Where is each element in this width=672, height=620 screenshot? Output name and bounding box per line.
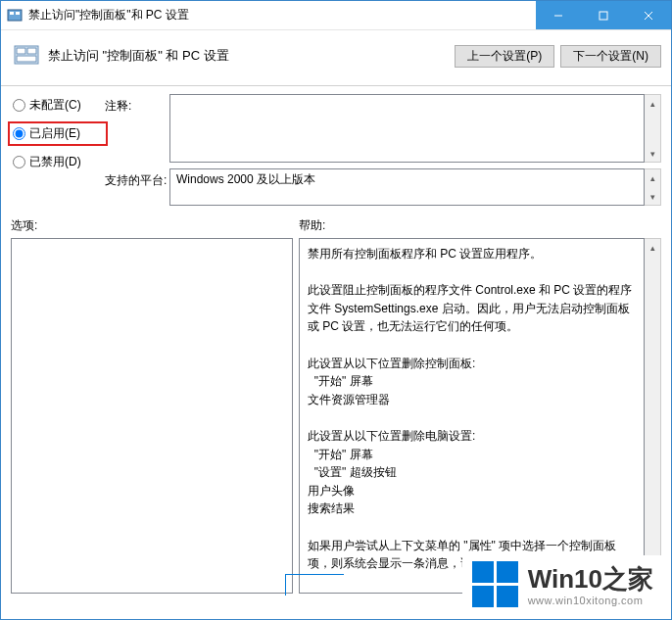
supported-on-box: Windows 2000 及以上版本 (169, 168, 645, 206)
header-row: 禁止访问 "控制面板" 和 PC 设置 上一个设置(P) 下一个设置(N) (1, 30, 671, 86)
titlebar: 禁止访问"控制面板"和 PC 设置 (1, 1, 671, 30)
config-row: 未配置(C) 已启用(E) 已禁用(D) 注释: ▴ ▾ 支持的平台: (1, 86, 671, 212)
options-label: 选项: (11, 217, 293, 234)
watermark-url: www.win10xitong.com (528, 595, 644, 606)
help-text: 禁用所有控制面板程序和 PC 设置应用程序。 此设置阻止控制面板的程序文件 Co… (300, 239, 644, 593)
next-setting-button[interactable]: 下一个设置(N) (560, 45, 661, 68)
comment-row: 注释: ▴ ▾ (105, 94, 661, 163)
app-icon (7, 8, 23, 24)
policy-icon (11, 40, 42, 72)
svg-rect-9 (27, 48, 36, 54)
minimize-button[interactable] (536, 1, 581, 29)
radio-disabled[interactable]: 已禁用(D) (11, 153, 105, 171)
svg-rect-0 (8, 10, 22, 21)
scroll-up-icon[interactable]: ▴ (645, 95, 660, 112)
radio-group: 未配置(C) 已启用(E) 已禁用(D) (11, 94, 105, 212)
scroll-up-icon[interactable]: ▴ (645, 169, 660, 186)
watermark-suffix: 之家 (602, 564, 653, 594)
comment-scrollbar[interactable]: ▴ ▾ (645, 94, 661, 163)
supported-row: 支持的平台: Windows 2000 及以上版本 ▴ ▾ (105, 168, 661, 206)
supported-scrollbar[interactable]: ▴ ▾ (645, 168, 661, 206)
window-controls (536, 1, 671, 29)
svg-rect-1 (10, 12, 14, 15)
help-column: 帮助: 禁用所有控制面板程序和 PC 设置应用程序。 此设置阻止控制面板的程序文… (299, 214, 661, 594)
comment-label: 注释: (105, 94, 169, 163)
svg-rect-8 (17, 48, 25, 54)
help-scrollbar[interactable]: ▴ ▾ (645, 238, 661, 594)
button-fragment (285, 574, 344, 596)
previous-setting-button[interactable]: 上一个设置(P) (455, 45, 554, 68)
options-box (11, 238, 293, 594)
help-box: 禁用所有控制面板程序和 PC 设置应用程序。 此设置阻止控制面板的程序文件 Co… (299, 238, 645, 594)
watermark-brand: Win10 (528, 564, 602, 594)
scroll-down-icon[interactable]: ▾ (645, 145, 660, 162)
radio-not-configured[interactable]: 未配置(C) (11, 96, 105, 115)
svg-rect-4 (600, 12, 607, 20)
scroll-down-icon[interactable]: ▾ (645, 188, 660, 205)
radio-not-configured-label: 未配置(C) (29, 97, 81, 114)
maximize-button[interactable] (581, 1, 626, 29)
lower-panels: 选项: 帮助: 禁用所有控制面板程序和 PC 设置应用程序。 此设置阻止控制面板… (1, 212, 671, 603)
radio-enabled[interactable]: 已启用(E) (11, 124, 105, 143)
radio-enabled-label: 已启用(E) (29, 125, 80, 142)
svg-rect-10 (17, 56, 36, 62)
right-fields: 注释: ▴ ▾ 支持的平台: Windows 2000 及以上版本 ▴ ▾ (105, 94, 661, 212)
windows-logo-icon (472, 561, 518, 607)
svg-rect-2 (16, 12, 20, 15)
options-column: 选项: (11, 214, 293, 594)
close-button[interactable] (626, 1, 671, 29)
radio-not-configured-input[interactable] (13, 99, 25, 112)
help-label: 帮助: (299, 217, 661, 234)
radio-enabled-input[interactable] (13, 127, 25, 140)
radio-disabled-label: 已禁用(D) (29, 154, 81, 170)
supported-on-text: Windows 2000 及以上版本 (176, 171, 315, 203)
comment-textarea[interactable] (169, 94, 645, 163)
scroll-up-icon[interactable]: ▴ (645, 239, 660, 256)
supported-label: 支持的平台: (105, 168, 169, 206)
radio-disabled-input[interactable] (13, 156, 25, 168)
watermark: Win10之家 www.win10xitong.com (462, 555, 663, 613)
window-title: 禁止访问"控制面板"和 PC 设置 (28, 7, 536, 24)
policy-title: 禁止访问 "控制面板" 和 PC 设置 (48, 47, 449, 65)
